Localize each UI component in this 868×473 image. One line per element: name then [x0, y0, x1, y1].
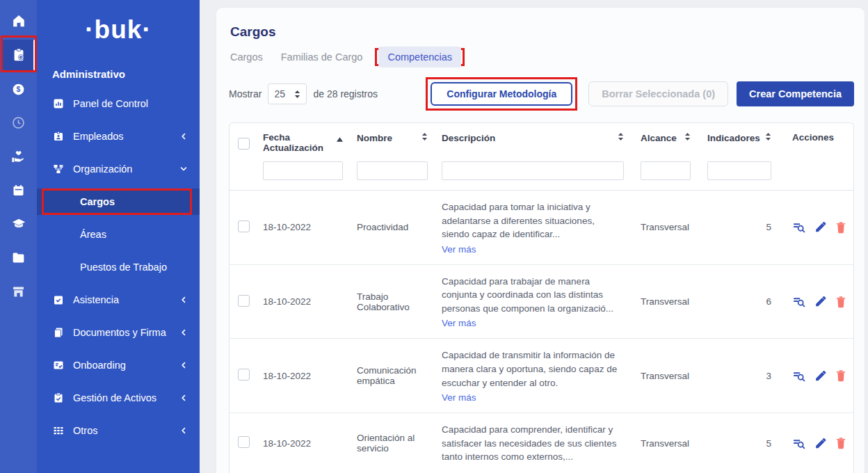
records-count-text: de 28 registros	[313, 88, 378, 99]
configurar-metodologia-button[interactable]: Configurar Metodología	[431, 82, 572, 106]
nombre-cell: Proactividad	[350, 222, 435, 232]
sidebar-item-onboarding[interactable]: Onboarding	[37, 348, 200, 381]
chevron-left-icon	[179, 328, 188, 337]
sidebar-item-cargos[interactable]: Cargos	[37, 189, 200, 215]
documents-icon	[52, 326, 64, 338]
graduation-icon[interactable]	[0, 209, 37, 239]
delete-trash-icon[interactable]	[835, 369, 846, 382]
alcance-cell: Transversal	[631, 438, 700, 449]
fecha-cell: 18-10-2022	[256, 438, 350, 449]
fecha-cell: 18-10-2022	[256, 371, 350, 381]
clock-icon[interactable]	[0, 107, 37, 138]
delete-trash-icon[interactable]	[835, 437, 846, 449]
view-indicators-icon[interactable]	[792, 221, 805, 234]
sidebar-item-puestos-de-trabajo[interactable]: Puestos de Trabajo	[37, 250, 200, 283]
filter-indicadores-input[interactable]	[707, 161, 771, 180]
column-label: Indicadores	[707, 133, 760, 143]
select-all-checkbox[interactable]	[238, 138, 250, 150]
sort-both-icon	[618, 132, 624, 143]
dashboard-icon	[52, 97, 64, 109]
calendar-check-icon	[52, 294, 64, 305]
sidebar-item-label: Documentos y Firma	[73, 327, 170, 338]
column-label: Alcance	[641, 133, 677, 143]
tab-cargos[interactable]: Cargos	[230, 51, 263, 63]
delete-trash-icon[interactable]	[835, 221, 846, 234]
competencias-table: Fecha Actualización Nombre Descripción A…	[229, 122, 854, 473]
filter-nombre-input[interactable]	[357, 161, 428, 180]
column-label: Acciones	[792, 132, 834, 143]
view-indicators-icon[interactable]	[792, 295, 805, 308]
indicadores-cell: 5	[700, 222, 782, 232]
ver-mas-link[interactable]: Ver más	[442, 318, 476, 328]
ver-mas-link[interactable]: Ver más	[442, 244, 476, 255]
column-header-alcance[interactable]: Alcance	[631, 132, 700, 143]
clipboard-clock-icon[interactable]	[3, 40, 35, 70]
borrar-seleccionada-button[interactable]: Borrar Seleccionada (0)	[588, 81, 728, 106]
edit-pencil-icon[interactable]	[814, 296, 826, 307]
sidebar-item-otros[interactable]: Otros	[37, 414, 200, 447]
delete-trash-icon[interactable]	[835, 296, 846, 308]
main-content: Cargos Cargos Familias de Cargo Competen…	[200, 0, 868, 473]
home-icon[interactable]	[0, 6, 37, 36]
edit-pencil-icon[interactable]	[814, 221, 826, 233]
column-label: Descripción	[442, 133, 495, 143]
buk-logo: ·buk·	[37, 0, 200, 45]
sidebar-item-documentos-y-firma[interactable]: Documentos y Firma	[37, 316, 200, 348]
sidebar-item-label: Onboarding	[73, 360, 170, 371]
sidebar-item-label: Gestión de Activos	[73, 392, 170, 403]
table-row: 18-10-2022 Proactividad Capacidad para t…	[230, 191, 853, 265]
page-size-value: 25	[274, 88, 285, 99]
view-indicators-icon[interactable]	[792, 369, 805, 383]
filter-descripcion-input[interactable]	[442, 161, 624, 180]
edit-pencil-icon[interactable]	[814, 370, 826, 382]
sidebar-item-asistencia[interactable]: Asistencia	[37, 283, 200, 316]
crear-competencia-button[interactable]: Crear Competencia	[737, 81, 854, 106]
hand-heart-icon[interactable]	[0, 141, 37, 172]
filter-fecha-input[interactable]	[263, 161, 343, 180]
storefront-icon[interactable]	[0, 276, 37, 307]
table-row: 18-10-2022 Trabajo Colaborativo Capacida…	[230, 265, 853, 339]
row-checkbox[interactable]	[238, 221, 250, 232]
column-header-fecha[interactable]: Fecha Actualización	[256, 132, 350, 153]
ver-mas-link[interactable]: Ver más	[442, 392, 476, 403]
chevron-left-icon	[179, 296, 188, 304]
row-checkbox[interactable]	[238, 369, 250, 380]
sidebar-item-label: Empleados	[73, 131, 170, 142]
sidebar-item-label: Áreas	[80, 229, 188, 240]
rail-active-indicator	[33, 40, 35, 70]
row-checkbox[interactable]	[238, 295, 250, 307]
indicadores-cell: 3	[700, 371, 782, 381]
tab-competencias[interactable]: Competencias	[378, 47, 461, 67]
edit-pencil-icon[interactable]	[814, 438, 826, 449]
tab-familias-de-cargo[interactable]: Familias de Cargo	[281, 51, 363, 63]
sidebar-item-gestion-de-activos[interactable]: Gestión de Activos	[37, 381, 200, 414]
sort-both-icon	[684, 132, 691, 143]
folder-icon[interactable]	[0, 242, 37, 273]
grid-icon	[52, 424, 64, 436]
sidebar-item-organizacion[interactable]: Organización	[37, 152, 200, 185]
sidebar-item-label: Panel de Control	[73, 98, 188, 109]
dollar-icon[interactable]: $	[0, 74, 37, 104]
org-tree-icon	[52, 163, 64, 175]
column-header-nombre[interactable]: Nombre	[350, 132, 435, 143]
column-header-descripcion[interactable]: Descripción	[435, 132, 631, 143]
row-checkbox[interactable]	[238, 436, 250, 448]
descripcion-cell: Capacidad de transmitir la información d…	[442, 348, 624, 390]
sidebar-item-areas[interactable]: Áreas	[37, 218, 200, 250]
page-size-select[interactable]: 25	[268, 83, 307, 104]
view-indicators-icon[interactable]	[792, 437, 805, 450]
column-header-indicadores[interactable]: Indicadores	[700, 132, 782, 143]
show-label: Mostrar	[229, 88, 262, 99]
filter-alcance-input[interactable]	[641, 161, 691, 180]
descripcion-cell: Capacidad para tomar la iniciativa y ade…	[442, 200, 624, 241]
tab-bar: Cargos Familias de Cargo Competencias	[230, 51, 854, 63]
calendar-icon[interactable]	[0, 175, 37, 205]
sidebar-nav: Panel de Control Empleados Organización …	[37, 87, 200, 447]
sidebar-item-empleados[interactable]: Empleados	[37, 120, 200, 152]
annotation-box-competencias-tab: Competencias	[375, 48, 465, 66]
sort-asc-icon	[337, 134, 343, 144]
table-row: 18-10-2022 Orientación al servicio Capac…	[230, 413, 853, 473]
chevron-down-icon	[179, 165, 188, 173]
sidebar-item-label: Organización	[73, 163, 170, 175]
sidebar-item-panel-de-control[interactable]: Panel de Control	[37, 87, 200, 120]
